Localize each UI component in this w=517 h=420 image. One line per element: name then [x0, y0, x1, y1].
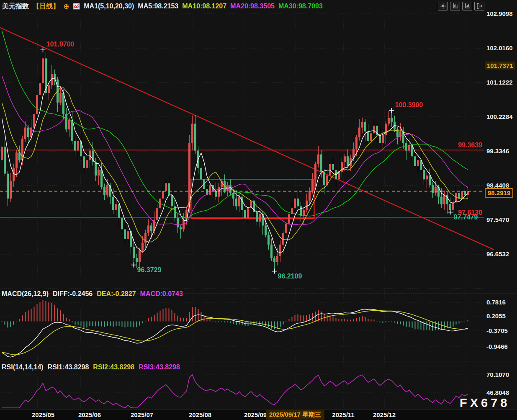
axis-label: 100.2284: [486, 113, 513, 120]
axis-label: 101.7371: [485, 62, 515, 70]
ma30-value: MA30:98.7093: [278, 3, 323, 10]
fx678-watermark: FX678: [460, 396, 510, 410]
selected-date-badge: 2025/09/17 星期三: [266, 410, 324, 420]
rsi-params: RSI(14,14,14): [2, 363, 44, 371]
auto-scale-icon[interactable]: [462, 2, 472, 10]
rsi1-value: RSI1:43.8298: [48, 363, 89, 371]
time-axis-label: 2025/11: [332, 411, 354, 418]
axis-label: 101.1222: [486, 79, 513, 86]
y-axis-scale-icon[interactable]: [450, 2, 460, 10]
time-axis-label: 2025/08: [189, 411, 211, 418]
chart-toolbar: [438, 2, 484, 10]
svg-text:97.6130: 97.6130: [458, 209, 482, 216]
axis-label: 70.1070: [486, 371, 509, 378]
ma10-value: MA10:98.1207: [182, 3, 226, 10]
macd-header: MACD(26,12,9) DIFF:-0.2456 DEA:-0.2827 M…: [2, 289, 183, 299]
macd-params: MACD(26,12,9): [2, 290, 49, 298]
axis-label: 97.5470: [486, 216, 509, 223]
axis-label: 46.8048: [486, 389, 509, 396]
ma20-value: MA20:98.3505: [230, 3, 275, 10]
axis-label: -0.3705: [486, 327, 508, 334]
axis-label: 102.9098: [486, 10, 513, 17]
axis-label: 0.7816: [486, 299, 506, 306]
svg-text:96.2109: 96.2109: [278, 273, 302, 280]
axis-label: 99.3346: [486, 147, 509, 155]
axis-label: 102.0160: [486, 44, 513, 52]
symbol-title: 美元指数: [2, 2, 29, 11]
candlestick-series: [1, 50, 469, 271]
add-indicator-icon[interactable]: ⊕: [63, 3, 69, 10]
kline-chart-app: 101.9700100.390096.372996.210997.747999.…: [0, 0, 517, 420]
svg-text:100.3900: 100.3900: [395, 101, 423, 108]
rsi3-value: RSI3:43.8298: [139, 363, 180, 371]
ma-group-label: MA1(5,10,20,30): [84, 3, 134, 10]
time-axis-label: 2025/09: [244, 411, 267, 418]
time-axis-label: 2025/07: [131, 411, 153, 418]
exit-chart-icon[interactable]: [474, 2, 484, 10]
rsi-header: RSI(14,14,14) RSI1:43.8298 RSI2:43.8298 …: [2, 363, 180, 372]
period-label[interactable]: 【日线】: [33, 2, 59, 11]
candlestick-chart-icon[interactable]: [73, 3, 80, 10]
time-axis[interactable]: 2025/052025/062025/072025/082025/092025/…: [0, 409, 517, 420]
axis-label: 96.6532: [486, 250, 509, 258]
time-axis-label: 2025/05: [32, 411, 54, 418]
svg-text:101.9700: 101.9700: [46, 41, 75, 48]
time-axis-label: 2025/06: [78, 411, 101, 418]
crosshair-move-icon[interactable]: [438, 2, 448, 10]
axis-label: -0.9466: [486, 343, 508, 350]
axis-label: 0.2055: [486, 312, 506, 320]
time-axis-label: 2025/12: [373, 411, 396, 418]
main-header: 美元指数 【日线】 ⊕ MA1(5,10,20,30) MA5:98.2153 …: [2, 2, 323, 11]
svg-text:99.3639: 99.3639: [458, 142, 482, 149]
rsi2-value: RSI2:43.8298: [93, 363, 134, 371]
dea_line: [2, 310, 468, 355]
svg-text:96.3729: 96.3729: [137, 266, 162, 273]
macd-diff-value: DIFF:-0.2456: [53, 290, 93, 298]
macd-macd-value: MACD:0.0743: [140, 290, 183, 298]
axis-label: 98.2919: [485, 188, 513, 198]
rsi-line: [2, 375, 468, 408]
ma5-value: MA5:98.2153: [138, 3, 178, 10]
macd-dea-value: DEA:-0.2827: [97, 290, 136, 298]
chart-canvas[interactable]: 101.9700100.390096.372996.210997.747999.…: [0, 0, 517, 420]
